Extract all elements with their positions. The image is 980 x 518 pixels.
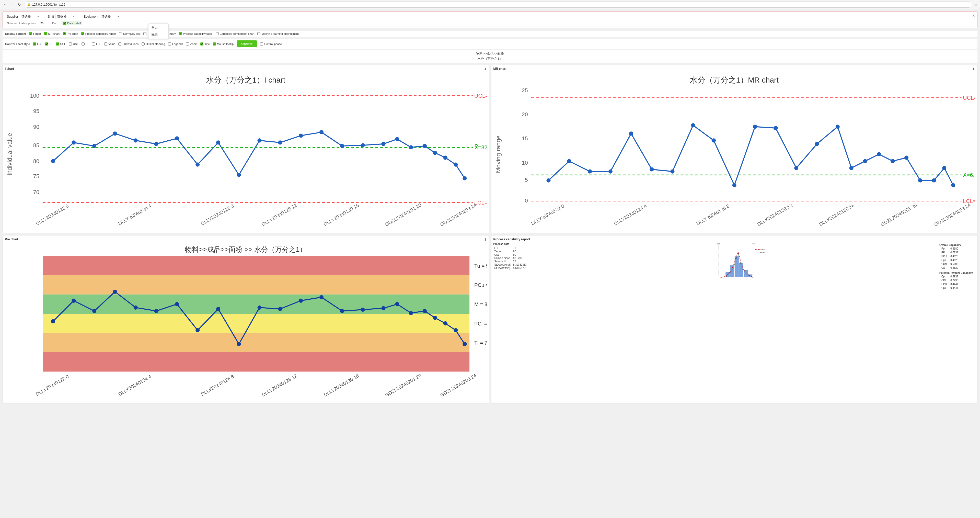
pre-chart-checkbox[interactable] <box>63 32 66 35</box>
show-lines-checkbox-item[interactable]: Show σ lines <box>118 43 138 46</box>
tooltip-checkbox[interactable] <box>213 43 216 46</box>
process-cap-checkbox[interactable] <box>81 32 84 35</box>
i-chart-panel-title: I chart <box>5 67 487 70</box>
zoom-checkbox[interactable] <box>186 43 189 46</box>
tooltip-checkbox-item[interactable]: Mouse tooltip <box>213 43 234 46</box>
data-detail-checkbox-item[interactable]: Data detail <box>62 21 82 26</box>
supplier-select-wrapper[interactable]: 请选择 <box>20 14 40 19</box>
usl-checkbox[interactable] <box>69 43 72 46</box>
ucl-checkbox-item[interactable]: UCL <box>56 43 66 46</box>
mr-chart-checkbox[interactable] <box>44 32 47 35</box>
pre-point-1 <box>72 298 76 303</box>
lcl-checkbox-item[interactable]: LCL <box>33 43 42 46</box>
value-checkbox-item[interactable]: Value <box>104 43 115 46</box>
dropdown-item-wanban[interactable]: 晚班 <box>148 31 169 38</box>
show-lines-checkbox[interactable] <box>118 43 121 46</box>
cap-comparison-checkbox[interactable] <box>216 32 219 35</box>
ppu-val: 0.4623 <box>949 255 960 258</box>
ppl-key: PPL <box>940 251 948 254</box>
mr-chart-download-button[interactable]: ⬇ <box>972 67 975 71</box>
mr-point-13 <box>815 142 819 146</box>
pre-point-13 <box>320 295 323 299</box>
ppl-val: 0.7737 <box>949 251 960 254</box>
process-cap-checkbox-item[interactable]: Process capability report <box>81 32 116 35</box>
latest-points-input[interactable] <box>37 22 47 25</box>
mr-chart-checkbox-item[interactable]: MR chart <box>44 32 60 35</box>
forward-button[interactable]: → <box>10 2 15 7</box>
dist-usl-text: USL <box>752 243 756 245</box>
distrib-checkbox[interactable] <box>143 32 146 35</box>
ppu-key: PPU <box>940 255 948 258</box>
zoom-checkbox-item[interactable]: Zoom <box>186 43 197 46</box>
equipment-select[interactable]: 请选择 <box>100 14 120 19</box>
i-chart-checkbox-item[interactable]: I chart <box>29 32 41 35</box>
i-chart-x-3: DLLY20240128 12 <box>261 202 298 227</box>
browser-bar: ← → ↻ 🔒 127.0.0.1:5001/item/119 ☆ <box>0 0 980 9</box>
shift-dropdown-menu[interactable]: 白班 晚班 <box>148 24 169 39</box>
sl-checkbox[interactable] <box>81 43 84 46</box>
process-cap-table-label: Process capability table <box>183 32 213 35</box>
pre-pci-label: PCl = 75.0000 <box>474 320 487 326</box>
lsl-checkbox-item[interactable]: LSL <box>92 43 101 46</box>
legends-checkbox-item[interactable]: Legends <box>168 43 183 46</box>
equipment-select-wrapper[interactable]: 请选择 <box>100 14 120 19</box>
back-button[interactable]: ← <box>3 2 8 7</box>
pre-point-5 <box>154 309 158 313</box>
sl-checkbox-item[interactable]: SL <box>81 43 89 46</box>
cap-comparison-checkbox-item[interactable]: Capability comparison chart <box>216 32 255 35</box>
cl-checkbox-item[interactable]: CL <box>45 43 53 46</box>
pre-chart-checkbox-item[interactable]: Pre chart <box>63 32 78 35</box>
i-chart-checkbox[interactable] <box>29 32 32 35</box>
supplier-select[interactable]: 请选择 <box>20 14 40 19</box>
pre-x-3: DLLY20240128 12 <box>261 373 298 397</box>
title-checkbox[interactable] <box>200 43 204 46</box>
process-cap-table-checkbox[interactable] <box>179 32 182 35</box>
ucl-checkbox[interactable] <box>56 43 59 46</box>
cl-checkbox[interactable] <box>45 43 48 46</box>
usl-checkbox-item[interactable]: USL <box>69 43 78 46</box>
outlier-checkbox-item[interactable]: Outlier stacking <box>142 43 165 46</box>
sample-mean-key: Sample mean <box>493 257 512 260</box>
sdev-within-key: StDev(Within) <box>493 266 512 270</box>
mr-point-9 <box>732 183 736 187</box>
ml-discriminant-checkbox[interactable] <box>257 32 260 35</box>
reload-button[interactable]: ↻ <box>17 2 22 7</box>
control-style-label: Control chart style <box>5 43 30 46</box>
lcl-label: LCL <box>37 43 42 46</box>
value-checkbox[interactable] <box>104 43 107 46</box>
lsl-checkbox[interactable] <box>92 43 95 46</box>
process-cap-table-checkbox-item[interactable]: Process capability table <box>179 32 213 35</box>
control-phase-checkbox-item[interactable]: Control phase <box>260 43 282 46</box>
ml-checkbox-item[interactable]: Machine learning discriminant <box>257 32 299 35</box>
pre-point-14 <box>340 309 344 313</box>
lcl-checkbox[interactable] <box>33 43 36 46</box>
lsl-val: 70 <box>512 247 528 250</box>
update-button[interactable]: Update <box>237 40 257 47</box>
bookmark-icon[interactable]: ☆ <box>974 3 977 6</box>
shift-select[interactable]: 请选择 <box>56 14 76 19</box>
i-chart-download-button[interactable]: ⬇ <box>484 67 487 71</box>
pre-chart-download-button[interactable]: ⬇ <box>484 237 487 242</box>
process-data-title: Process data <box>493 243 535 245</box>
chart-title-sub: 水分（万分之1） <box>3 56 977 61</box>
normality-checkbox[interactable] <box>119 32 122 35</box>
title-label: Title <box>204 43 210 46</box>
control-phase-checkbox[interactable] <box>260 43 263 46</box>
i-chart-y-label: Individual value <box>6 133 13 176</box>
url-bar[interactable]: 🔒 127.0.0.1:5001/item/119 <box>24 2 972 8</box>
title-checkbox-item[interactable]: Title <box>200 43 210 46</box>
shift-select-wrapper[interactable]: 请选择 <box>56 14 76 19</box>
mr-point-23 <box>951 183 955 187</box>
data-detail-label: Data detail <box>67 22 81 25</box>
outlier-checkbox[interactable] <box>142 43 145 46</box>
target-row: Target 80 <box>493 250 528 253</box>
dropdown-item-baiban[interactable]: 白班 <box>148 24 169 31</box>
data-detail-checkbox[interactable] <box>63 22 66 25</box>
usl-val: 90 <box>512 253 528 257</box>
filter-close-button[interactable]: ✕ <box>972 14 975 18</box>
cpm-val: 0.5693 <box>949 262 960 266</box>
normality-checkbox-item[interactable]: Normality test <box>119 32 140 35</box>
legends-checkbox[interactable] <box>168 43 171 46</box>
i-chart-point-14 <box>340 144 344 148</box>
pre-band-orange-top <box>43 275 469 294</box>
